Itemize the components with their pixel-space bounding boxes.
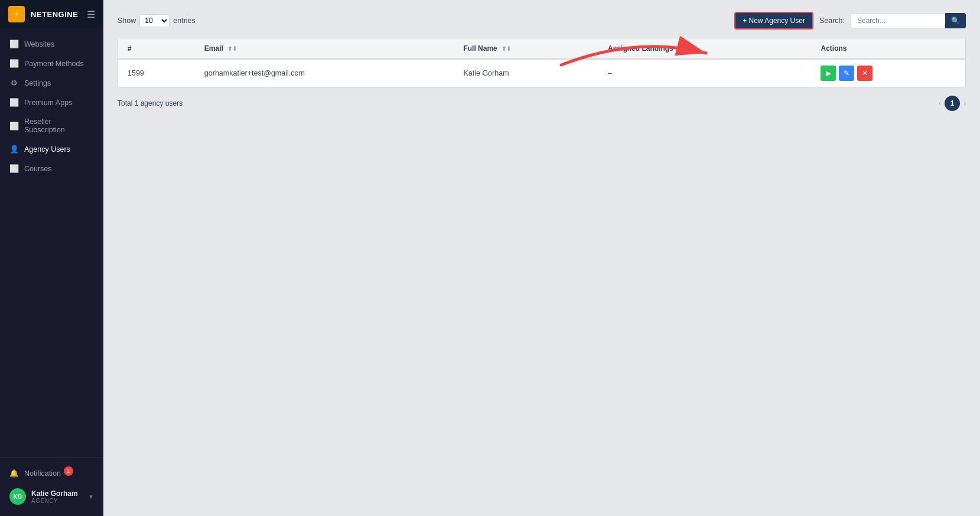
reseller-icon: ⬜ [9, 122, 19, 130]
sidebar-item-label: Websites [24, 40, 54, 48]
sidebar-item-reseller-subscription[interactable]: ⬜ Reseller Subscription [0, 112, 103, 139]
notification-item[interactable]: 🔔 Notification 1 [0, 463, 103, 483]
sidebar-item-label: Agency Users [24, 145, 70, 154]
edit-button[interactable]: ✎ [839, 66, 854, 81]
entries-label: entries [173, 17, 196, 25]
col-header-num: # [118, 38, 195, 59]
pagination-current-page[interactable]: 1 [945, 96, 960, 111]
avatar: KG [9, 488, 26, 505]
table-row: 1599 gorhamkatier+test@gmail.com Katie G… [118, 59, 965, 87]
show-label: Show [118, 17, 136, 25]
pagination-next-arrow[interactable]: › [963, 99, 966, 107]
table-header-row: # Email ⬆⬇ Full Name ⬆⬇ Assigned Landing… [118, 38, 965, 59]
search-wrapper: 🔍 [851, 13, 966, 28]
col-header-full-name[interactable]: Full Name ⬆⬇ [454, 38, 598, 59]
col-num-label: # [128, 44, 132, 53]
cell-assigned-landings: – [598, 59, 811, 87]
sidebar-item-label: Reseller Subscription [24, 117, 94, 134]
hamburger-icon[interactable]: ☰ [87, 9, 95, 20]
settings-icon: ⚙ [9, 79, 19, 87]
agency-users-icon: 👤 [9, 145, 19, 154]
delete-button[interactable]: ✕ [857, 66, 872, 81]
logo-text: NETENGINE [31, 10, 78, 19]
col-header-assigned-landings[interactable]: Assigned Landings ⬆⬇ [598, 38, 811, 59]
content-area: Show 10 25 50 100 entries + New Agency U… [103, 0, 980, 516]
sidebar-footer: 🔔 Notification 1 KG Katie Gorham AGENCY … [0, 457, 103, 516]
logo-icon: ⚡ [8, 6, 25, 22]
col-full-name-label: Full Name [463, 44, 497, 53]
sidebar-item-courses[interactable]: ⬜ Courses [0, 159, 103, 178]
user-name: Katie Gorham [31, 489, 78, 498]
search-label: Search: [819, 17, 845, 25]
pagination: ‹ 1 › [939, 96, 966, 111]
search-button[interactable]: 🔍 [945, 13, 966, 28]
total-label: Total 1 agency users [118, 99, 183, 107]
sidebar: ⚡ NETENGINE ☰ ⬜ Websites ⬜ Payment Metho… [0, 0, 103, 516]
cell-full-name: Katie Gorham [454, 59, 598, 87]
search-input[interactable] [851, 13, 945, 28]
col-actions-label: Actions [821, 44, 846, 53]
table-footer: Total 1 agency users ‹ 1 › [118, 96, 966, 111]
col-assigned-landings-label: Assigned Landings [608, 44, 673, 53]
cell-num: 1599 [118, 59, 195, 87]
cell-email: gorhamkatier+test@gmail.com [195, 59, 454, 87]
show-entries: Show 10 25 50 100 entries [118, 14, 196, 27]
user-profile-item[interactable]: KG Katie Gorham AGENCY ▼ [0, 483, 103, 510]
action-buttons: ▶ ✎ ✕ [821, 66, 956, 81]
agency-users-table: # Email ⬆⬇ Full Name ⬆⬇ Assigned Landing… [118, 38, 966, 87]
premium-apps-icon: ⬜ [9, 98, 19, 107]
payment-methods-icon: ⬜ [9, 59, 19, 68]
sidebar-nav: ⬜ Websites ⬜ Payment Methods ⚙ Settings … [0, 28, 103, 457]
main-content: Show 10 25 50 100 entries + New Agency U… [103, 0, 980, 516]
sidebar-item-label: Courses [24, 165, 52, 173]
notification-label: Notification [24, 469, 61, 478]
sidebar-item-premium-apps[interactable]: ⬜ Premium Apps [0, 93, 103, 112]
sidebar-header: ⚡ NETENGINE ☰ [0, 0, 103, 28]
sidebar-item-websites[interactable]: ⬜ Websites [0, 34, 103, 54]
websites-icon: ⬜ [9, 40, 19, 48]
toolbar: Show 10 25 50 100 entries + New Agency U… [118, 12, 966, 30]
sidebar-item-label: Payment Methods [24, 60, 84, 68]
col-header-actions: Actions [811, 38, 965, 59]
view-button[interactable]: ▶ [821, 66, 836, 81]
toolbar-right: + New Agency User Search: 🔍 [734, 12, 966, 30]
notification-badge: 1 [64, 466, 73, 476]
col-email-label: Email [204, 44, 223, 53]
sort-icon: ⬆⬇ [227, 45, 237, 52]
sort-icon: ⬆⬇ [502, 45, 511, 52]
notification-icon: 🔔 [9, 469, 19, 478]
user-info: Katie Gorham AGENCY [31, 489, 78, 504]
user-role: AGENCY [31, 498, 78, 504]
sidebar-item-payment-methods[interactable]: ⬜ Payment Methods [0, 54, 103, 73]
sidebar-item-agency-users[interactable]: 👤 Agency Users [0, 139, 103, 159]
entries-select[interactable]: 10 25 50 100 [139, 14, 170, 27]
cell-actions: ▶ ✎ ✕ [811, 59, 965, 87]
chevron-down-icon: ▼ [88, 494, 94, 500]
sort-icon: ⬆⬇ [678, 45, 687, 52]
courses-icon: ⬜ [9, 164, 19, 173]
sidebar-item-label: Settings [24, 79, 51, 87]
sidebar-item-settings[interactable]: ⚙ Settings [0, 73, 103, 93]
pagination-prev-arrow[interactable]: ‹ [939, 99, 941, 107]
sidebar-item-label: Premium Apps [24, 99, 72, 107]
col-header-email[interactable]: Email ⬆⬇ [195, 38, 454, 59]
new-agency-user-button[interactable]: + New Agency User [734, 12, 813, 30]
